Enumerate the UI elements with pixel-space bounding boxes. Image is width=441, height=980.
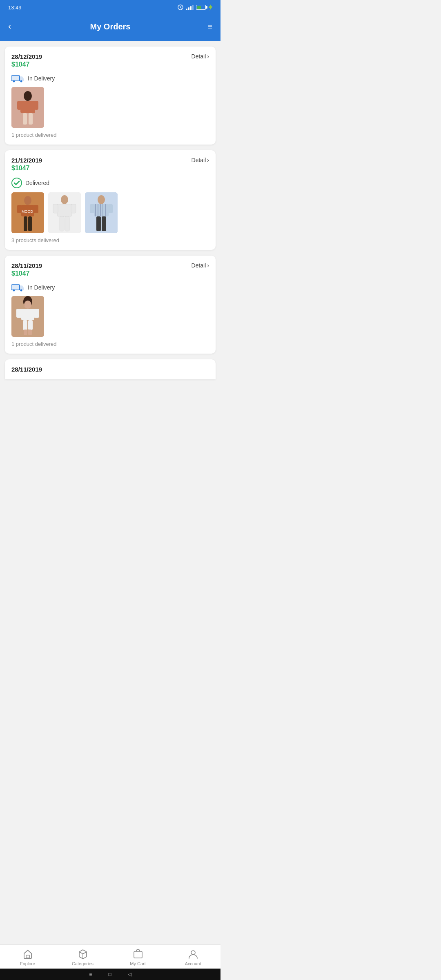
product-thumb-1 <box>11 87 44 128</box>
order-card-1: 28/12/2019 $1047 Detail › In Delivery <box>5 47 216 145</box>
battery-icon <box>196 5 206 10</box>
svg-rect-9 <box>29 113 33 125</box>
status-bar: 13:49 <box>0 0 220 15</box>
svg-rect-49 <box>21 309 34 320</box>
product-images-3 <box>11 296 209 337</box>
product-figure-1 <box>11 87 44 128</box>
products-delivered-text-2: 3 products delivered <box>11 237 209 243</box>
chevron-right-icon-3: › <box>207 262 209 269</box>
detail-link-3[interactable]: Detail › <box>192 262 209 269</box>
svg-rect-27 <box>71 204 76 213</box>
svg-point-29 <box>98 195 105 204</box>
svg-rect-39 <box>108 204 113 213</box>
svg-rect-54 <box>24 330 27 335</box>
order-card-2: 21/12/2019 $1047 Detail › Delivered <box>5 150 216 250</box>
truck-icon-1 <box>11 74 24 83</box>
svg-rect-16 <box>24 216 27 231</box>
detail-link-2[interactable]: Detail › <box>192 157 209 163</box>
header: ‹ My Orders ≡ <box>0 15 220 41</box>
svg-rect-37 <box>102 216 106 231</box>
svg-rect-19 <box>33 205 38 213</box>
svg-point-6 <box>24 91 32 101</box>
svg-rect-25 <box>65 216 69 231</box>
order-status-row-1: In Delivery <box>11 74 209 83</box>
orders-list: 28/12/2019 $1047 Detail › In Delivery <box>0 41 220 418</box>
svg-point-48 <box>24 301 31 309</box>
order-header-1: 28/12/2019 $1047 Detail › <box>11 53 209 68</box>
svg-point-43 <box>20 290 22 292</box>
order-header-2: 21/12/2019 $1047 Detail › <box>11 157 209 172</box>
order-price-2: $1047 <box>11 165 42 172</box>
svg-rect-8 <box>23 113 27 125</box>
products-delivered-text-3: 1 product delivered <box>11 341 209 347</box>
chevron-right-icon: › <box>207 53 209 60</box>
order-info-3: 28/11/2019 $1047 <box>11 262 42 277</box>
svg-rect-55 <box>28 330 32 335</box>
svg-rect-11 <box>34 101 38 110</box>
svg-rect-17 <box>28 216 32 231</box>
svg-rect-38 <box>90 204 95 213</box>
order-date-3: 28/11/2019 <box>11 262 42 269</box>
time-display: 13:49 <box>8 4 22 11</box>
svg-rect-10 <box>17 101 21 110</box>
order-status-row-3: In Delivery <box>11 283 209 292</box>
order-date-2: 21/12/2019 <box>11 157 42 164</box>
alarm-icon <box>177 4 184 11</box>
product-images-2: MOOD <box>11 192 209 233</box>
order-status-row-2: Delivered <box>11 178 209 188</box>
status-icons <box>177 4 212 11</box>
order-status-text-1: In Delivery <box>28 75 55 82</box>
order-info-2: 21/12/2019 $1047 <box>11 157 42 172</box>
chevron-right-icon-2: › <box>207 157 209 163</box>
order-status-text-2: Delivered <box>25 180 49 186</box>
svg-rect-0 <box>11 76 20 81</box>
svg-rect-51 <box>28 320 33 330</box>
order-price-1: $1047 <box>11 61 42 68</box>
order-header-3: 28/11/2019 $1047 Detail › <box>11 262 209 277</box>
order-card-3: 28/11/2019 $1047 Detail › In Delivery <box>5 256 216 354</box>
order-date-1: 28/12/2019 <box>11 53 42 60</box>
signal-icon <box>186 4 194 10</box>
svg-rect-26 <box>53 204 58 213</box>
detail-link-1[interactable]: Detail › <box>192 53 209 60</box>
back-button[interactable]: ‹ <box>8 21 23 32</box>
svg-rect-30 <box>94 204 109 216</box>
order-status-text-3: In Delivery <box>28 284 55 291</box>
svg-rect-24 <box>60 216 64 231</box>
svg-point-12 <box>12 178 22 188</box>
svg-point-14 <box>24 196 31 205</box>
svg-point-42 <box>13 290 15 292</box>
svg-rect-23 <box>57 204 72 216</box>
charging-icon <box>208 4 212 11</box>
product-images-1 <box>11 87 209 128</box>
check-icon-2 <box>11 178 22 188</box>
svg-point-2 <box>13 80 15 82</box>
page-title: My Orders <box>90 22 131 31</box>
product-thumb-2c <box>85 192 118 233</box>
menu-button[interactable]: ≡ <box>198 22 212 31</box>
svg-rect-52 <box>16 309 22 318</box>
svg-point-3 <box>20 80 22 82</box>
product-thumb-2a: MOOD <box>11 192 44 233</box>
svg-rect-40 <box>11 285 20 290</box>
product-thumb-3a <box>11 296 44 337</box>
svg-rect-7 <box>20 101 35 113</box>
truck-icon-3 <box>11 283 24 292</box>
svg-rect-53 <box>33 309 39 318</box>
products-delivered-text-1: 1 product delivered <box>11 132 209 138</box>
order-info-1: 28/12/2019 $1047 <box>11 53 42 68</box>
svg-rect-36 <box>96 216 101 231</box>
svg-rect-50 <box>23 320 27 330</box>
svg-text:MOOD: MOOD <box>22 209 33 214</box>
order-price-3: $1047 <box>11 270 42 277</box>
product-thumb-2b <box>48 192 81 233</box>
order-card-4-partial: 28/11/2019 <box>5 359 216 379</box>
order-date-4: 28/11/2019 <box>11 366 209 373</box>
svg-point-22 <box>61 195 68 204</box>
